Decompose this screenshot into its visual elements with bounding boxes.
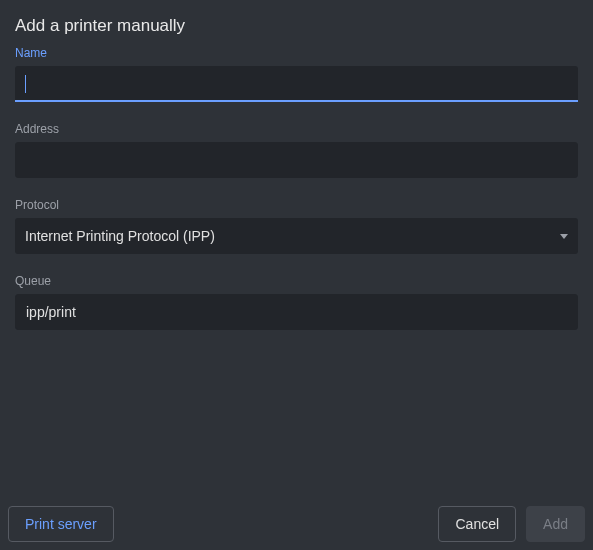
form-area: Name Address Protocol Internet Printing … — [0, 46, 593, 330]
name-label: Name — [15, 46, 578, 60]
address-label: Address — [15, 122, 578, 136]
cancel-button[interactable]: Cancel — [438, 506, 516, 542]
field-protocol: Protocol Internet Printing Protocol (IPP… — [15, 198, 578, 254]
add-button[interactable]: Add — [526, 506, 585, 542]
protocol-select[interactable]: Internet Printing Protocol (IPP) — [15, 218, 578, 254]
name-input[interactable] — [15, 66, 578, 102]
button-bar: Print server Cancel Add — [8, 506, 585, 542]
field-name: Name — [15, 46, 578, 102]
protocol-selected-value: Internet Printing Protocol (IPP) — [25, 228, 560, 244]
field-queue: Queue — [15, 274, 578, 330]
field-address: Address — [15, 122, 578, 178]
queue-label: Queue — [15, 274, 578, 288]
dialog-title: Add a printer manually — [0, 0, 593, 46]
chevron-down-icon — [560, 234, 568, 239]
queue-input[interactable] — [15, 294, 578, 330]
address-input[interactable] — [15, 142, 578, 178]
text-cursor — [25, 75, 26, 93]
name-input-wrap — [15, 66, 578, 102]
protocol-label: Protocol — [15, 198, 578, 212]
print-server-button[interactable]: Print server — [8, 506, 114, 542]
